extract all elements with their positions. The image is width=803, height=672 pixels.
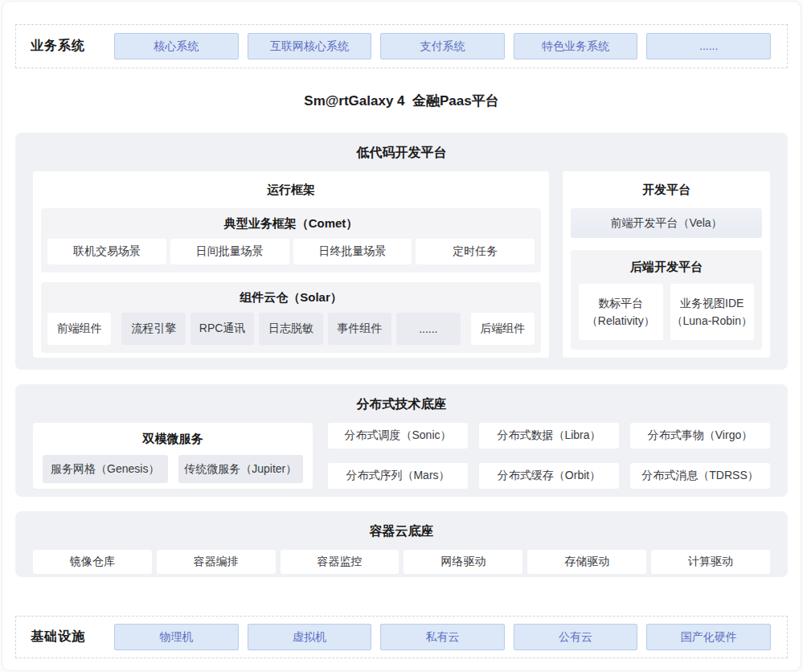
btn-core-system[interactable]: 核心系统: [114, 33, 239, 59]
solar-component-box: 组件云仓（Solar） 前端组件 流程引擎 RPC通讯 日志脱敏 事件组件 ..…: [41, 282, 541, 353]
btn-distributed-message-tdrss[interactable]: 分布式消息（TDRSS）: [630, 463, 770, 489]
comet-framework-box: 典型业务框架（Comet） 联机交易场景 日间批量场景 日终批量场景 定时任务: [41, 208, 541, 272]
btn-frontend-dev-platform-vela[interactable]: 前端开发平台（Vela）: [571, 208, 762, 238]
btn-domestic-hardware[interactable]: 国产化硬件: [646, 624, 771, 650]
btn-backend-component[interactable]: 后端组件: [471, 313, 535, 345]
btn-distributed-cache-orbit[interactable]: 分布式缓存（Orbit）: [479, 463, 619, 489]
btn-virtual-machine[interactable]: 虚拟机: [248, 624, 372, 650]
btn-endofday-batch-scene[interactable]: 日终批量场景: [293, 239, 412, 264]
distributed-services-grid: 分布式调度（Sonic） 分布式数据（Libra） 分布式事物（Virgo） 分…: [328, 423, 770, 489]
low-code-platform-section: 低代码开发平台 运行框架 典型业务框架（Comet） 联机交易场景 日间批量场景…: [15, 133, 788, 370]
btn-internet-core-system[interactable]: 互联网核心系统: [248, 33, 372, 59]
infrastructure-bar: 基础设施 物理机 虚拟机 私有云 公有云 国产化硬件: [15, 616, 788, 658]
btn-distributed-transaction-virgo[interactable]: 分布式事物（Virgo）: [630, 423, 770, 449]
btn-distributed-scheduling-sonic[interactable]: 分布式调度（Sonic）: [328, 423, 468, 449]
btn-online-transaction-scene[interactable]: 联机交易场景: [47, 239, 166, 264]
btn-container-orchestration[interactable]: 容器编排: [157, 550, 276, 574]
btn-service-mesh-genesis[interactable]: 服务网格（Genesis）: [43, 455, 168, 483]
btn-distributed-sequence-mars[interactable]: 分布式序列（Mars）: [328, 463, 468, 489]
btn-physical-machine[interactable]: 物理机: [114, 624, 239, 650]
btn-network-driver[interactable]: 网络驱动: [404, 550, 522, 574]
comet-framework-title: 典型业务框架（Comet）: [47, 208, 535, 239]
btn-process-engine[interactable]: 流程引擎: [121, 313, 185, 345]
solar-component-title: 组件云仓（Solar）: [47, 282, 535, 313]
business-systems-buttons: 核心系统 互联网核心系统 支付系统 特色业务系统 ......: [114, 33, 771, 59]
distributed-base-section: 分布式技术底座 双模微服务 服务网格（Genesis） 传统微服务（Jupite…: [15, 384, 788, 497]
infrastructure-buttons: 物理机 虚拟机 私有云 公有云 国产化硬件: [114, 624, 771, 650]
container-cloud-title: 容器云底座: [33, 521, 770, 542]
btn-traditional-microservice-jupiter[interactable]: 传统微服务（Jupiter）: [178, 455, 304, 483]
btn-label-line2: （Luna-Robin）: [672, 312, 752, 330]
container-cloud-section: 容器云底座 镜像仓库 容器编排 容器监控 网络驱动 存储驱动 计算驱动: [15, 511, 788, 577]
btn-label-line1: 业务视图IDE: [680, 294, 744, 312]
btn-business-view-ide-luna-robin[interactable]: 业务视图IDE （Luna-Robin）: [670, 284, 755, 340]
dev-platform-title: 开发平台: [571, 171, 762, 208]
btn-storage-driver[interactable]: 存储驱动: [527, 550, 646, 574]
btn-public-cloud[interactable]: 公有云: [514, 624, 638, 650]
business-systems-label: 业务系统: [31, 38, 114, 55]
btn-more-systems[interactable]: ......: [646, 33, 771, 59]
btn-label-line1: 数标平台: [598, 294, 643, 312]
runtime-framework-title: 运行框架: [41, 171, 541, 208]
btn-special-business-system[interactable]: 特色业务系统: [514, 33, 638, 59]
distributed-base-title: 分布式技术底座: [33, 394, 770, 415]
btn-frontend-component[interactable]: 前端组件: [47, 313, 111, 345]
btn-data-standard-platform-relativity[interactable]: 数标平台 （Relativity）: [579, 284, 663, 340]
btn-payment-system[interactable]: 支付系统: [380, 33, 505, 59]
btn-image-registry[interactable]: 镜像仓库: [33, 550, 152, 574]
runtime-framework-panel: 运行框架 典型业务框架（Comet） 联机交易场景 日间批量场景 日终批量场景 …: [33, 171, 549, 358]
btn-label-line2: （Relativity）: [587, 312, 655, 330]
btn-scheduled-task[interactable]: 定时任务: [416, 239, 535, 264]
btn-rpc-communication[interactable]: RPC通讯: [191, 313, 254, 345]
architecture-diagram-page: 业务系统 核心系统 互联网核心系统 支付系统 特色业务系统 ...... Sm@…: [2, 1, 801, 671]
low-code-platform-title: 低代码开发平台: [33, 142, 770, 163]
dual-mode-microservice-panel: 双模微服务 服务网格（Genesis） 传统微服务（Jupiter）: [33, 423, 313, 489]
btn-intraday-batch-scene[interactable]: 日间批量场景: [170, 239, 289, 264]
backend-dev-platform-title: 后端开发平台: [579, 250, 754, 284]
btn-compute-driver[interactable]: 计算驱动: [651, 550, 770, 574]
btn-private-cloud[interactable]: 私有云: [380, 624, 505, 650]
business-systems-bar: 业务系统 核心系统 互联网核心系统 支付系统 特色业务系统 ......: [15, 24, 788, 68]
btn-distributed-data-libra[interactable]: 分布式数据（Libra）: [479, 423, 619, 449]
dual-mode-microservice-title: 双模微服务: [43, 423, 303, 455]
dev-platform-panel: 开发平台 前端开发平台（Vela） 后端开发平台 数标平台 （Relativit…: [563, 171, 770, 358]
page-title: Sm@rtGalaxy 4 金融Paas平台: [2, 68, 801, 133]
infrastructure-label: 基础设施: [31, 629, 114, 645]
btn-log-masking[interactable]: 日志脱敏: [259, 313, 322, 345]
btn-container-monitoring[interactable]: 容器监控: [281, 550, 399, 574]
btn-event-component[interactable]: 事件组件: [328, 313, 391, 345]
btn-more-components[interactable]: ......: [396, 313, 460, 345]
backend-dev-platform-box: 后端开发平台 数标平台 （Relativity） 业务视图IDE （Luna-R…: [571, 250, 762, 350]
